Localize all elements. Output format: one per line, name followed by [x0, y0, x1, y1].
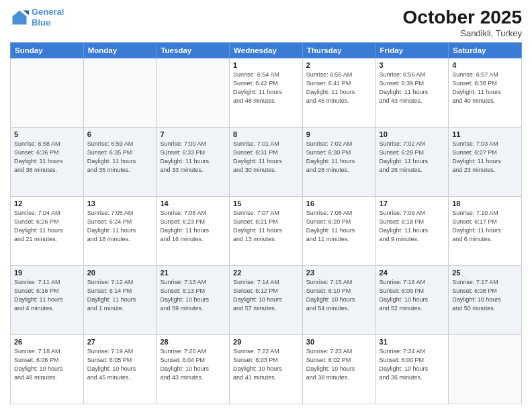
day-number: 15	[233, 199, 299, 208]
day-number: 27	[87, 338, 153, 346]
col-sunday: Sunday	[11, 43, 84, 58]
table-row: 2Sunrise: 6:55 AM Sunset: 6:41 PM Daylig…	[302, 58, 375, 128]
day-info: Sunrise: 6:55 AM Sunset: 6:41 PM Dayligh…	[306, 71, 372, 105]
table-row	[11, 58, 84, 128]
calendar-week-row: 5Sunrise: 6:58 AM Sunset: 6:36 PM Daylig…	[11, 128, 522, 197]
day-number: 20	[87, 269, 153, 277]
table-row: 26Sunrise: 7:18 AM Sunset: 6:06 PM Dayli…	[11, 335, 84, 404]
col-tuesday: Tuesday	[157, 43, 230, 58]
logo-line1: General	[32, 7, 64, 17]
day-number: 31	[380, 338, 445, 346]
table-row	[83, 58, 157, 128]
calendar-week-row: 1Sunrise: 6:54 AM Sunset: 6:42 PM Daylig…	[11, 58, 522, 128]
day-number: 18	[452, 199, 518, 208]
day-info: Sunrise: 7:23 AM Sunset: 6:02 PM Dayligh…	[306, 347, 372, 382]
day-info: Sunrise: 7:04 AM Sunset: 6:26 PM Dayligh…	[14, 209, 80, 244]
day-info: Sunrise: 7:03 AM Sunset: 6:27 PM Dayligh…	[452, 140, 518, 175]
table-row: 28Sunrise: 7:20 AM Sunset: 6:04 PM Dayli…	[157, 335, 230, 404]
table-row: 31Sunrise: 7:24 AM Sunset: 6:00 PM Dayli…	[375, 335, 449, 404]
day-number: 24	[380, 269, 445, 277]
table-row: 18Sunrise: 7:10 AM Sunset: 6:17 PM Dayli…	[449, 197, 522, 266]
day-number: 10	[380, 130, 445, 138]
table-row: 6Sunrise: 6:59 AM Sunset: 6:35 PM Daylig…	[83, 128, 157, 197]
table-row: 30Sunrise: 7:23 AM Sunset: 6:02 PM Dayli…	[302, 335, 375, 404]
day-info: Sunrise: 7:17 AM Sunset: 6:08 PM Dayligh…	[452, 278, 518, 313]
table-row: 3Sunrise: 6:56 AM Sunset: 6:39 PM Daylig…	[375, 58, 449, 128]
day-info: Sunrise: 7:06 AM Sunset: 6:23 PM Dayligh…	[160, 209, 226, 244]
col-wednesday: Wednesday	[230, 43, 303, 58]
day-info: Sunrise: 7:12 AM Sunset: 6:14 PM Dayligh…	[87, 278, 153, 313]
logo: General Blue	[10, 7, 64, 28]
table-row	[157, 58, 230, 128]
col-monday: Monday	[83, 43, 157, 58]
day-number: 11	[452, 130, 518, 138]
table-row: 7Sunrise: 7:00 AM Sunset: 6:33 PM Daylig…	[157, 128, 230, 197]
day-number: 30	[306, 338, 372, 346]
day-info: Sunrise: 7:15 AM Sunset: 6:10 PM Dayligh…	[306, 278, 372, 313]
table-row: 27Sunrise: 7:19 AM Sunset: 6:05 PM Dayli…	[83, 335, 157, 404]
day-info: Sunrise: 7:02 AM Sunset: 6:30 PM Dayligh…	[306, 140, 372, 175]
day-info: Sunrise: 7:11 AM Sunset: 6:16 PM Dayligh…	[14, 278, 80, 313]
logo-text: General Blue	[32, 7, 64, 28]
day-number: 19	[14, 269, 80, 277]
table-row: 25Sunrise: 7:17 AM Sunset: 6:08 PM Dayli…	[449, 266, 522, 335]
day-info: Sunrise: 6:57 AM Sunset: 6:38 PM Dayligh…	[452, 71, 518, 105]
day-number: 3	[380, 61, 445, 69]
day-number: 5	[14, 130, 80, 138]
day-number: 25	[452, 269, 518, 277]
day-number: 29	[233, 338, 299, 346]
month-title: October 2025	[403, 7, 522, 28]
calendar-week-row: 12Sunrise: 7:04 AM Sunset: 6:26 PM Dayli…	[11, 197, 522, 266]
svg-marker-0	[13, 10, 27, 24]
table-row: 9Sunrise: 7:02 AM Sunset: 6:30 PM Daylig…	[302, 128, 375, 197]
day-number: 26	[14, 338, 80, 346]
day-number: 8	[233, 130, 299, 138]
table-row: 23Sunrise: 7:15 AM Sunset: 6:10 PM Dayli…	[302, 266, 375, 335]
table-row: 11Sunrise: 7:03 AM Sunset: 6:27 PM Dayli…	[449, 128, 522, 197]
col-thursday: Thursday	[302, 43, 375, 58]
page: General Blue October 2025 Sandikli, Turk…	[0, 0, 532, 411]
day-info: Sunrise: 7:24 AM Sunset: 6:00 PM Dayligh…	[380, 347, 445, 382]
table-row: 5Sunrise: 6:58 AM Sunset: 6:36 PM Daylig…	[11, 128, 84, 197]
day-number: 4	[452, 61, 518, 69]
day-number: 6	[87, 130, 153, 138]
table-row: 21Sunrise: 7:13 AM Sunset: 6:13 PM Dayli…	[157, 266, 230, 335]
table-row: 24Sunrise: 7:16 AM Sunset: 6:09 PM Dayli…	[375, 266, 449, 335]
day-info: Sunrise: 6:54 AM Sunset: 6:42 PM Dayligh…	[233, 71, 299, 105]
title-block: October 2025 Sandikli, Turkey	[403, 7, 522, 38]
day-info: Sunrise: 6:58 AM Sunset: 6:36 PM Dayligh…	[14, 140, 80, 175]
table-row: 15Sunrise: 7:07 AM Sunset: 6:21 PM Dayli…	[230, 197, 303, 266]
day-info: Sunrise: 7:02 AM Sunset: 6:28 PM Dayligh…	[380, 140, 445, 175]
logo-icon	[10, 8, 29, 27]
table-row: 13Sunrise: 7:05 AM Sunset: 6:24 PM Dayli…	[83, 197, 157, 266]
day-info: Sunrise: 7:16 AM Sunset: 6:09 PM Dayligh…	[380, 278, 445, 313]
location-subtitle: Sandikli, Turkey	[403, 28, 522, 38]
calendar-header-row: Sunday Monday Tuesday Wednesday Thursday…	[11, 43, 522, 58]
calendar-table: Sunday Monday Tuesday Wednesday Thursday…	[10, 42, 522, 404]
day-number: 28	[160, 338, 226, 346]
day-info: Sunrise: 7:08 AM Sunset: 6:20 PM Dayligh…	[306, 209, 372, 244]
day-number: 12	[14, 199, 80, 208]
table-row: 22Sunrise: 7:14 AM Sunset: 6:12 PM Dayli…	[230, 266, 303, 335]
day-info: Sunrise: 7:14 AM Sunset: 6:12 PM Dayligh…	[233, 278, 299, 313]
day-info: Sunrise: 7:09 AM Sunset: 6:18 PM Dayligh…	[380, 209, 445, 244]
day-info: Sunrise: 7:00 AM Sunset: 6:33 PM Dayligh…	[160, 140, 226, 175]
day-info: Sunrise: 7:05 AM Sunset: 6:24 PM Dayligh…	[87, 209, 153, 244]
day-number: 7	[160, 130, 226, 138]
day-info: Sunrise: 7:01 AM Sunset: 6:31 PM Dayligh…	[233, 140, 299, 175]
day-info: Sunrise: 7:20 AM Sunset: 6:04 PM Dayligh…	[160, 347, 226, 382]
day-info: Sunrise: 7:07 AM Sunset: 6:21 PM Dayligh…	[233, 209, 299, 244]
col-friday: Friday	[375, 43, 449, 58]
table-row: 8Sunrise: 7:01 AM Sunset: 6:31 PM Daylig…	[230, 128, 303, 197]
day-number: 23	[306, 269, 372, 277]
table-row: 14Sunrise: 7:06 AM Sunset: 6:23 PM Dayli…	[157, 197, 230, 266]
day-info: Sunrise: 7:13 AM Sunset: 6:13 PM Dayligh…	[160, 278, 226, 313]
day-info: Sunrise: 7:18 AM Sunset: 6:06 PM Dayligh…	[14, 347, 80, 382]
table-row: 17Sunrise: 7:09 AM Sunset: 6:18 PM Dayli…	[375, 197, 449, 266]
day-info: Sunrise: 6:59 AM Sunset: 6:35 PM Dayligh…	[87, 140, 153, 175]
table-row	[449, 335, 522, 404]
calendar-week-row: 26Sunrise: 7:18 AM Sunset: 6:06 PM Dayli…	[11, 335, 522, 404]
logo-line2: Blue	[32, 17, 50, 28]
day-number: 17	[380, 199, 445, 208]
table-row: 20Sunrise: 7:12 AM Sunset: 6:14 PM Dayli…	[83, 266, 157, 335]
